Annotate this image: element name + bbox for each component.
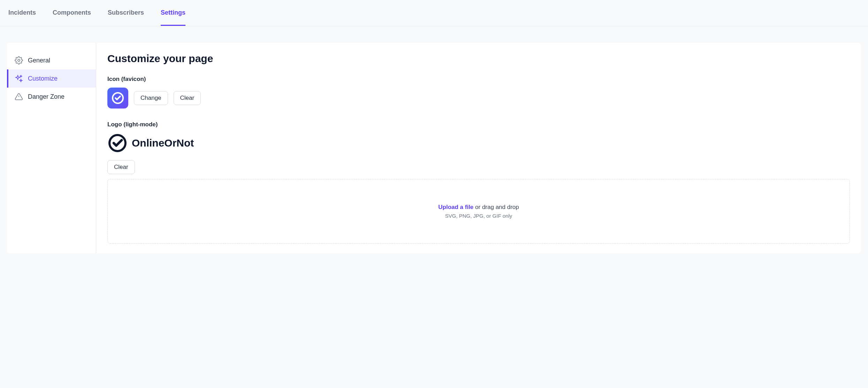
tab-subscribers[interactable]: Subscribers <box>108 0 144 26</box>
gear-icon <box>15 56 23 65</box>
check-circle-icon <box>107 133 128 153</box>
logo-dropzone[interactable]: Upload a file or drag and drop SVG, PNG,… <box>107 179 850 244</box>
sidebar-item-customize[interactable]: Customize <box>7 69 96 88</box>
logo-clear-row: Clear <box>107 160 850 174</box>
sidebar-item-label: General <box>28 57 50 64</box>
logo-preview: OnlineOrNot <box>107 133 850 153</box>
favicon-preview <box>107 88 128 109</box>
content-wrapper: General Customize Danger Zone Customize … <box>7 43 861 253</box>
favicon-row: Change Clear <box>107 88 850 109</box>
tab-incidents[interactable]: Incidents <box>8 0 36 26</box>
svg-point-0 <box>18 59 20 61</box>
main-content: Customize your page Icon (favicon) Chang… <box>96 43 861 253</box>
upload-file-link[interactable]: Upload a file <box>438 204 473 210</box>
check-circle-icon <box>111 91 125 105</box>
clear-logo-button[interactable]: Clear <box>107 160 135 174</box>
sidebar-item-general[interactable]: General <box>7 51 96 69</box>
clear-favicon-button[interactable]: Clear <box>174 91 201 105</box>
page-title: Customize your page <box>107 53 850 65</box>
sidebar: General Customize Danger Zone <box>7 43 96 253</box>
logo-section: Logo (light-mode) OnlineOrNot Clear Uplo… <box>107 121 850 244</box>
favicon-section: Icon (favicon) Change Clear <box>107 76 850 109</box>
logo-label: Logo (light-mode) <box>107 121 850 128</box>
upload-hint: SVG, PNG, JPG, or GIF only <box>115 213 843 219</box>
sidebar-item-label: Danger Zone <box>28 93 64 100</box>
drag-text: or drag and drop <box>473 204 519 210</box>
change-favicon-button[interactable]: Change <box>134 91 168 105</box>
upload-line: Upload a file or drag and drop <box>115 204 843 211</box>
favicon-label: Icon (favicon) <box>107 76 850 83</box>
top-tabs: Incidents Components Subscribers Setting… <box>0 0 868 26</box>
tab-settings[interactable]: Settings <box>161 0 185 26</box>
sidebar-item-danger-zone[interactable]: Danger Zone <box>7 88 96 106</box>
tab-components[interactable]: Components <box>53 0 91 26</box>
logo-brand-text: OnlineOrNot <box>132 137 194 149</box>
sidebar-item-label: Customize <box>28 75 58 82</box>
warning-triangle-icon <box>15 92 23 101</box>
sparkles-icon <box>15 74 23 83</box>
